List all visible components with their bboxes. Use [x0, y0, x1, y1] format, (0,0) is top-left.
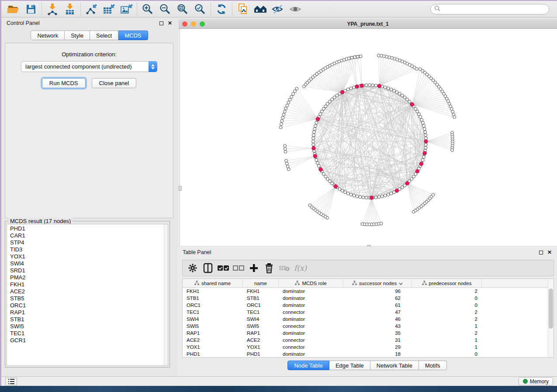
- close-panel-button[interactable]: Close panel: [92, 78, 137, 88]
- network-left-scroll-handle[interactable]: [179, 186, 182, 191]
- table-row[interactable]: SWI5SWI5connector431: [183, 323, 554, 330]
- tab-edge-table[interactable]: Edge Table: [329, 361, 370, 370]
- table-cell[interactable]: 2: [412, 330, 482, 336]
- table-cell[interactable]: YOX1: [243, 344, 279, 350]
- mcds-result-item[interactable]: STP4: [7, 239, 168, 246]
- criterion-select[interactable]: largest connected component (undirected): [21, 61, 157, 72]
- run-mcds-button[interactable]: Run MCDS: [42, 78, 86, 88]
- search-box[interactable]: [430, 4, 549, 14]
- table-cell[interactable]: SWI5: [183, 323, 243, 329]
- table-cell[interactable]: connector: [279, 344, 343, 350]
- table-cell[interactable]: 18: [343, 351, 412, 357]
- table-cell[interactable]: 46: [343, 316, 412, 322]
- network-left-scrollbar[interactable]: [179, 29, 180, 246]
- table-row[interactable]: RAP1RAP1dominator352: [183, 330, 554, 337]
- table-row[interactable]: ACE2ACE2connector311: [183, 337, 554, 344]
- table-cell[interactable]: 2: [412, 289, 482, 294]
- table-cell[interactable]: connector: [279, 337, 343, 343]
- tab-network[interactable]: Network: [31, 31, 65, 40]
- column-header-successor-nodes[interactable]: successor nodes: [343, 279, 412, 287]
- table-cell[interactable]: STB1: [183, 296, 243, 301]
- network-window-titlebar[interactable]: YPA_prune.txt_1: [179, 19, 557, 29]
- table-cell[interactable]: 29: [343, 344, 412, 350]
- table-cell[interactable]: SWI4: [243, 316, 279, 322]
- zoom-selected-icon[interactable]: [191, 2, 209, 16]
- table-cell[interactable]: 0: [412, 351, 482, 357]
- table-row[interactable]: YOX1YOX1connector291: [183, 344, 554, 351]
- table-cell[interactable]: STB1: [243, 296, 279, 301]
- table-cell[interactable]: dominator: [279, 330, 343, 336]
- table-cell[interactable]: 2: [412, 316, 482, 322]
- table-row[interactable]: STB1STB1dominator620: [183, 295, 554, 302]
- tab-mcds[interactable]: MCDS: [118, 31, 148, 40]
- mcds-list-scrollbar[interactable]: [164, 224, 168, 365]
- table-cell[interactable]: 96: [343, 289, 412, 294]
- table-cell[interactable]: dominator: [279, 289, 343, 294]
- import-table-icon[interactable]: [61, 2, 79, 16]
- table-cell[interactable]: 61: [343, 303, 412, 308]
- table-cell[interactable]: dominator: [279, 351, 343, 357]
- table-cell[interactable]: TEC1: [243, 309, 279, 315]
- first-neighbors-icon[interactable]: [252, 2, 269, 16]
- mcds-result-item[interactable]: TID3: [7, 246, 168, 253]
- tab-select[interactable]: Select: [90, 31, 118, 40]
- tab-network-table[interactable]: Network Table: [370, 361, 419, 370]
- mcds-result-item[interactable]: SRD1: [7, 267, 168, 274]
- export-image-icon[interactable]: [118, 2, 135, 16]
- table-cell[interactable]: PHD1: [243, 351, 279, 357]
- mcds-result-item[interactable]: ORC1: [7, 302, 168, 309]
- network-canvas[interactable]: [179, 29, 557, 246]
- table-cell[interactable]: connector: [279, 309, 343, 315]
- mcds-result-item[interactable]: PHD1: [7, 225, 168, 232]
- column-header-predecessor-nodes[interactable]: predecessor nodes: [412, 279, 482, 287]
- mcds-result-item[interactable]: SWI5: [7, 323, 168, 330]
- table-cell[interactable]: ACE2: [243, 337, 279, 343]
- table-cell[interactable]: SWI5: [243, 323, 279, 329]
- show-all-icon[interactable]: [287, 2, 304, 16]
- mcds-result-item[interactable]: TEC1: [7, 330, 168, 337]
- column-header-MCDS-role[interactable]: MCDS role: [279, 279, 343, 287]
- export-table-icon[interactable]: [100, 2, 118, 16]
- mcds-result-item[interactable]: ACE2: [7, 288, 168, 295]
- zoom-in-icon[interactable]: [139, 2, 156, 16]
- mcds-result-item[interactable]: GCR1: [7, 337, 168, 344]
- table-cell[interactable]: ACE2: [183, 337, 243, 343]
- zoom-out-icon[interactable]: [156, 2, 174, 16]
- mcds-result-item[interactable]: FKH1: [7, 281, 168, 288]
- table-cell[interactable]: TEC1: [183, 309, 243, 315]
- table-cell[interactable]: ORC1: [243, 303, 279, 308]
- tab-style[interactable]: Style: [65, 31, 90, 40]
- refresh-icon[interactable]: [213, 2, 230, 16]
- add-column-icon[interactable]: [248, 261, 259, 275]
- table-row[interactable]: ORC1ORC1dominator610: [183, 302, 554, 309]
- table-row[interactable]: TEC1TEC1connector472: [183, 309, 554, 316]
- export-network-icon[interactable]: [83, 2, 100, 16]
- close-panel-icon[interactable]: ✕: [547, 251, 552, 254]
- table-row[interactable]: FKH1FKH1dominator962: [183, 288, 554, 295]
- select-all-checks-icon[interactable]: [218, 261, 229, 275]
- table-cell[interactable]: 62: [343, 296, 412, 301]
- sort-chevron-icon[interactable]: [399, 281, 403, 286]
- mcds-result-item[interactable]: STB5: [7, 295, 168, 302]
- float-panel-icon[interactable]: [159, 21, 163, 25]
- table-cell[interactable]: 2: [412, 309, 482, 315]
- float-panel-icon[interactable]: [539, 251, 543, 254]
- mcds-result-item[interactable]: SWI4: [7, 260, 168, 267]
- deselect-all-checks-icon[interactable]: [233, 261, 244, 275]
- mcds-result-item[interactable]: RAP1: [7, 309, 168, 316]
- table-cell[interactable]: SWI4: [183, 316, 243, 322]
- table-cell[interactable]: FKH1: [183, 289, 243, 294]
- mcds-result-item[interactable]: CAR1: [7, 232, 168, 239]
- open-session-icon[interactable]: [5, 2, 22, 16]
- tab-motifs[interactable]: Motifs: [419, 361, 447, 370]
- table-cell[interactable]: PHD1: [183, 351, 243, 357]
- save-session-icon[interactable]: [22, 2, 40, 16]
- share-document-icon[interactable]: [234, 2, 252, 16]
- table-cell[interactable]: RAP1: [183, 330, 243, 336]
- table-cell[interactable]: 1: [412, 344, 482, 350]
- close-panel-icon[interactable]: ✕: [168, 21, 172, 25]
- delete-column-icon[interactable]: [263, 261, 275, 275]
- table-cell[interactable]: ORC1: [183, 303, 243, 308]
- table-scrollbar[interactable]: [548, 279, 554, 357]
- table-cell[interactable]: dominator: [279, 303, 343, 308]
